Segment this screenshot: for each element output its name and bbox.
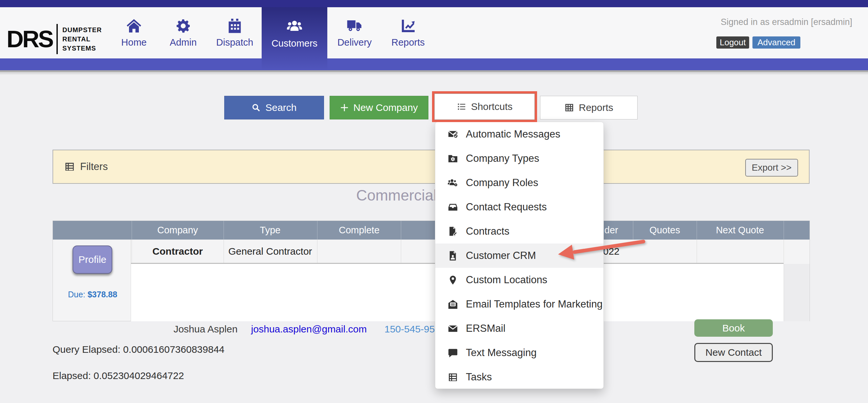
search-button[interactable]: Search bbox=[224, 96, 324, 120]
brand-divider bbox=[57, 24, 58, 54]
list-icon bbox=[457, 102, 466, 112]
envelope-open-icon bbox=[448, 299, 458, 309]
contact-email-link[interactable]: joshua.asplen@gmail.com bbox=[251, 323, 367, 335]
new-contact-button[interactable]: New Contact bbox=[694, 343, 773, 362]
menu-item-contact-requests[interactable]: Contact Requests bbox=[435, 195, 603, 219]
menu-item-company-roles[interactable]: Company Roles bbox=[435, 170, 603, 195]
col-header-company: Company bbox=[157, 221, 198, 240]
filters-bar[interactable]: Filters Export >> bbox=[53, 150, 810, 184]
envelope-check-icon bbox=[448, 129, 458, 140]
map-pin-icon bbox=[448, 275, 458, 285]
menu-item-email-templates[interactable]: Email Templates for Marketing bbox=[435, 292, 603, 316]
nav-item-reports[interactable]: Reports bbox=[380, 7, 436, 58]
col-header-type: Type bbox=[260, 221, 281, 240]
shortcuts-button[interactable]: Shortcuts bbox=[434, 94, 535, 120]
filters-label: Filters bbox=[64, 150, 108, 183]
shortcuts-annotation-box: Shortcuts bbox=[432, 91, 537, 122]
nav-item-delivery[interactable]: Delivery bbox=[327, 7, 382, 58]
inbox-icon bbox=[448, 202, 458, 212]
table-row: Contractor General Contractor 022 bbox=[53, 240, 810, 264]
menu-item-custom-locations[interactable]: Custom Locations bbox=[435, 268, 603, 292]
file-user-icon bbox=[448, 251, 458, 261]
due-amount: Due: $378.88 bbox=[68, 290, 117, 299]
nav-label: Reports bbox=[391, 37, 425, 48]
menu-item-company-types[interactable]: Company Types bbox=[435, 146, 603, 170]
gear-icon bbox=[175, 18, 192, 34]
menu-item-automatic-messages[interactable]: Automatic Messages bbox=[435, 122, 603, 146]
signed-in-text: Signed in as ersadmin [ersadmin] bbox=[721, 17, 852, 27]
query-elapsed-text: Query Elapsed: 0.00061607360839844 bbox=[53, 344, 224, 355]
app-screen: DRS DUMPSTER RENTAL SYSTEMS Home Admin D… bbox=[0, 0, 868, 403]
search-icon bbox=[251, 103, 261, 112]
nav-label: Admin bbox=[170, 37, 197, 48]
plus-icon bbox=[340, 103, 349, 112]
page-title: Commercial bbox=[356, 186, 437, 204]
annotation-arrow bbox=[554, 234, 646, 262]
col-header-complete: Complete bbox=[339, 221, 379, 240]
nav-label: Home bbox=[121, 37, 147, 48]
home-icon bbox=[125, 18, 143, 34]
brand-drs-text: DRS bbox=[6, 27, 53, 51]
table-cells-icon bbox=[564, 103, 574, 113]
logout-button[interactable]: Logout bbox=[716, 36, 749, 49]
truck-icon bbox=[346, 18, 363, 34]
brand-logo[interactable]: DRS DUMPSTER RENTAL SYSTEMS bbox=[6, 24, 102, 54]
new-company-button[interactable]: New Company bbox=[330, 96, 428, 120]
nav-item-home[interactable]: Home bbox=[106, 7, 162, 58]
advanced-button[interactable]: Advanced bbox=[752, 36, 800, 49]
band-shadow bbox=[0, 72, 868, 75]
reports-button[interactable]: Reports bbox=[540, 96, 638, 120]
contact-subrow: Joshua Asplen joshua.asplen@gmail.com 15… bbox=[53, 264, 810, 321]
menu-item-tasks[interactable]: Tasks bbox=[435, 365, 603, 389]
users-gear-icon bbox=[448, 178, 458, 188]
col-header-quotes: Quotes bbox=[649, 221, 680, 240]
nav-item-admin[interactable]: Admin bbox=[155, 7, 211, 58]
nav-label: Customers bbox=[272, 38, 317, 49]
elapsed-text: Elapsed: 0.052304029464722 bbox=[53, 370, 184, 381]
customers-table: Company Type Complete der Quotes Next Qu… bbox=[53, 220, 810, 321]
menu-item-text-messaging[interactable]: Text Messaging bbox=[435, 341, 603, 365]
profile-button[interactable]: Profile bbox=[72, 246, 112, 274]
top-strip bbox=[0, 0, 868, 7]
contact-name: Joshua Asplen bbox=[173, 323, 237, 335]
folder-gear-icon bbox=[448, 154, 458, 164]
book-button[interactable]: Book bbox=[694, 319, 773, 337]
purple-band bbox=[0, 58, 868, 70]
table-icon bbox=[448, 372, 458, 382]
menu-item-ersmail[interactable]: ERSMail bbox=[435, 316, 603, 341]
chart-line-icon bbox=[400, 18, 416, 34]
nav-item-dispatch[interactable]: Dispatch bbox=[207, 7, 262, 58]
company-cell: Contractor bbox=[152, 240, 203, 263]
table-header-row: Company Type Complete der Quotes Next Qu… bbox=[53, 221, 810, 240]
users-icon bbox=[285, 19, 304, 35]
nav-label: Dispatch bbox=[216, 37, 253, 48]
envelope-icon bbox=[448, 323, 458, 334]
table-icon bbox=[64, 161, 75, 172]
file-pen-icon bbox=[448, 226, 458, 237]
nav-label: Delivery bbox=[338, 37, 372, 48]
export-button[interactable]: Export >> bbox=[745, 159, 798, 177]
contact-phone-link[interactable]: 150-545-955 bbox=[384, 323, 440, 335]
comment-icon bbox=[448, 348, 458, 358]
type-cell: General Contractor bbox=[228, 240, 312, 263]
brand-tagline: DUMPSTER RENTAL SYSTEMS bbox=[62, 25, 102, 53]
calendar-icon bbox=[226, 18, 243, 34]
col-header-next-quote: Next Quote bbox=[716, 221, 764, 240]
nav-item-customers-active[interactable]: Customers bbox=[262, 7, 327, 70]
